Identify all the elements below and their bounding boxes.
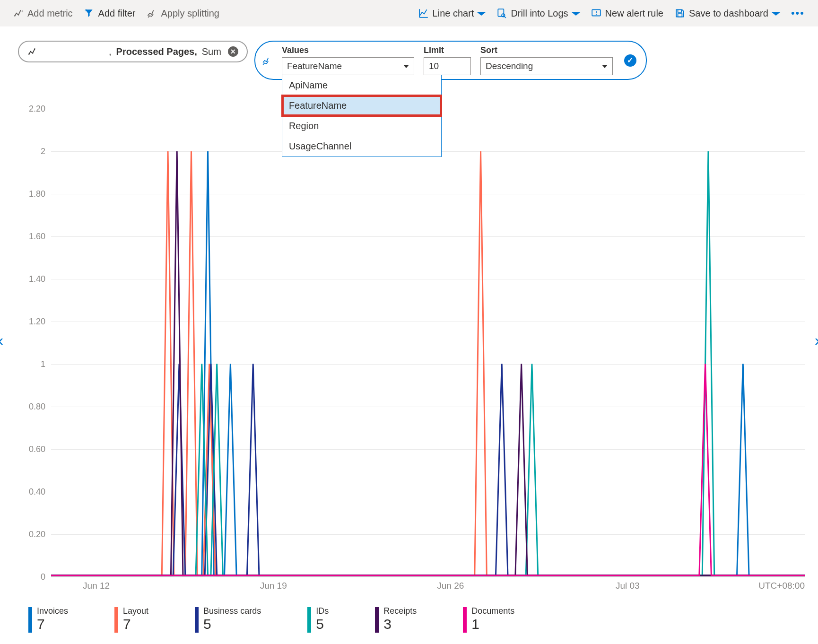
new-alert-label: New alert rule bbox=[605, 8, 663, 19]
drill-logs-label: Drill into Logs bbox=[511, 8, 568, 19]
legend-color-swatch bbox=[114, 607, 118, 633]
svg-text:+: + bbox=[21, 9, 24, 14]
legend-item[interactable]: Documents1 bbox=[463, 606, 514, 633]
ellipsis-icon: ••• bbox=[791, 7, 805, 19]
metric-icon bbox=[27, 46, 38, 57]
y-axis-ticks: 2.2021.801.601.401.2010.800.600.400.200 bbox=[0, 109, 51, 596]
save-dashboard-label: Save to dashboard bbox=[689, 8, 768, 19]
legend-item[interactable]: IDs5 bbox=[307, 606, 329, 633]
split-pill: Values FeatureName ApiNameFeatureNameReg… bbox=[254, 41, 647, 80]
chevron-down-icon bbox=[771, 12, 781, 16]
svg-point-1 bbox=[16, 13, 17, 14]
close-icon[interactable]: ✕ bbox=[228, 46, 238, 57]
svg-point-13 bbox=[28, 53, 30, 55]
limit-input[interactable]: 10 bbox=[424, 57, 471, 75]
apply-splitting-label: Apply splitting bbox=[161, 8, 219, 19]
chart-type-label: Line chart bbox=[433, 8, 474, 19]
svg-point-2 bbox=[18, 14, 19, 16]
chevron-down-icon bbox=[571, 12, 581, 16]
series-line bbox=[51, 151, 805, 575]
values-option[interactable]: Region bbox=[282, 116, 441, 136]
y-tick-label: 1 bbox=[41, 359, 45, 369]
svg-point-16 bbox=[34, 48, 35, 50]
svg-point-7 bbox=[153, 10, 154, 11]
svg-point-6 bbox=[148, 15, 148, 16]
x-tick-label: Jun 26 bbox=[437, 581, 464, 591]
splitting-icon bbox=[147, 8, 157, 18]
y-tick-label: 0.40 bbox=[29, 487, 45, 497]
legend-color-swatch bbox=[375, 607, 379, 633]
values-dropdown: ApiNameFeatureNameRegionUsageChannel bbox=[282, 75, 442, 157]
chevron-down-icon bbox=[602, 65, 608, 68]
drill-logs-button[interactable]: Drill into Logs bbox=[494, 6, 582, 21]
svg-rect-12 bbox=[678, 14, 682, 17]
legend-series-name: Invoices bbox=[37, 606, 68, 616]
svg-point-15 bbox=[32, 52, 34, 54]
legend-series-total: 7 bbox=[37, 616, 68, 632]
scroll-right-button[interactable]: › bbox=[815, 331, 818, 349]
values-label: Values bbox=[282, 45, 414, 55]
add-filter-label: Add filter bbox=[98, 8, 136, 19]
apply-splitting-button[interactable]: Apply splitting bbox=[144, 6, 222, 21]
limit-group: Limit 10 bbox=[424, 45, 471, 75]
legend-series-total: 7 bbox=[123, 616, 148, 632]
x-tick-label: Jun 12 bbox=[83, 581, 110, 591]
metric-agg: Sum bbox=[202, 46, 221, 57]
save-dashboard-button[interactable]: Save to dashboard bbox=[672, 6, 783, 21]
legend-series-name: Receipts bbox=[383, 606, 417, 616]
confirm-icon[interactable]: ✓ bbox=[624, 54, 636, 67]
y-tick-label: 0.60 bbox=[29, 444, 45, 454]
legend-item[interactable]: Invoices7 bbox=[28, 606, 68, 633]
sort-select[interactable]: Descending bbox=[480, 57, 613, 75]
alert-icon bbox=[591, 8, 601, 18]
more-button[interactable]: ••• bbox=[788, 5, 808, 21]
legend-item[interactable]: Business cards5 bbox=[195, 606, 261, 633]
legend-item[interactable]: Layout7 bbox=[114, 606, 148, 633]
timezone-label: UTC+08:00 bbox=[758, 581, 805, 591]
legend-series-total: 5 bbox=[203, 616, 261, 632]
metric-pill[interactable]: , Processed Pages, Sum ✕ bbox=[18, 41, 248, 62]
logs-icon bbox=[496, 8, 507, 18]
y-tick-label: 1.60 bbox=[29, 232, 45, 242]
values-option[interactable]: ApiName bbox=[282, 75, 441, 96]
add-metric-label: Add metric bbox=[27, 8, 73, 19]
chevron-down-icon bbox=[403, 65, 409, 68]
limit-value: 10 bbox=[429, 61, 439, 71]
filter-icon: + bbox=[84, 8, 95, 18]
legend-color-swatch bbox=[463, 607, 467, 633]
legend-series-total: 5 bbox=[316, 616, 329, 632]
legend: Invoices7Layout7Business cards5IDs5Recei… bbox=[28, 606, 514, 633]
series-line bbox=[51, 151, 805, 575]
grid-line bbox=[51, 577, 805, 577]
legend-color-swatch bbox=[307, 607, 311, 633]
legend-series-name: Documents bbox=[471, 606, 514, 616]
legend-series-total: 1 bbox=[471, 616, 514, 632]
values-option[interactable]: UsageChannel bbox=[282, 136, 441, 157]
y-tick-label: 0.80 bbox=[29, 402, 45, 412]
chart-plot[interactable] bbox=[51, 109, 805, 577]
series-line bbox=[51, 151, 805, 575]
values-select[interactable]: FeatureName bbox=[282, 57, 414, 75]
legend-color-swatch bbox=[28, 607, 32, 633]
values-value: FeatureName bbox=[287, 61, 342, 71]
y-tick-label: 1.20 bbox=[29, 317, 45, 327]
legend-series-name: Business cards bbox=[203, 606, 261, 616]
chart-type-button[interactable]: Line chart bbox=[416, 6, 488, 21]
line-chart-icon bbox=[418, 8, 429, 18]
y-tick-label: 1.40 bbox=[29, 274, 45, 284]
metric-icon: + bbox=[13, 8, 24, 18]
y-tick-label: 2.20 bbox=[29, 104, 45, 114]
add-metric-button[interactable]: + Add metric bbox=[10, 6, 76, 21]
new-alert-button[interactable]: New alert rule bbox=[588, 6, 666, 21]
add-filter-button[interactable]: + Add filter bbox=[81, 6, 139, 21]
svg-point-0 bbox=[14, 15, 16, 17]
values-option[interactable]: FeatureName bbox=[282, 96, 441, 116]
legend-item[interactable]: Receipts3 bbox=[375, 606, 417, 633]
x-tick-label: Jul 03 bbox=[616, 581, 640, 591]
splitting-icon bbox=[262, 55, 272, 66]
series-line bbox=[51, 151, 805, 575]
limit-label: Limit bbox=[424, 45, 471, 55]
legend-series-total: 3 bbox=[383, 616, 417, 632]
legend-series-name: IDs bbox=[316, 606, 329, 616]
svg-point-11 bbox=[595, 14, 596, 15]
